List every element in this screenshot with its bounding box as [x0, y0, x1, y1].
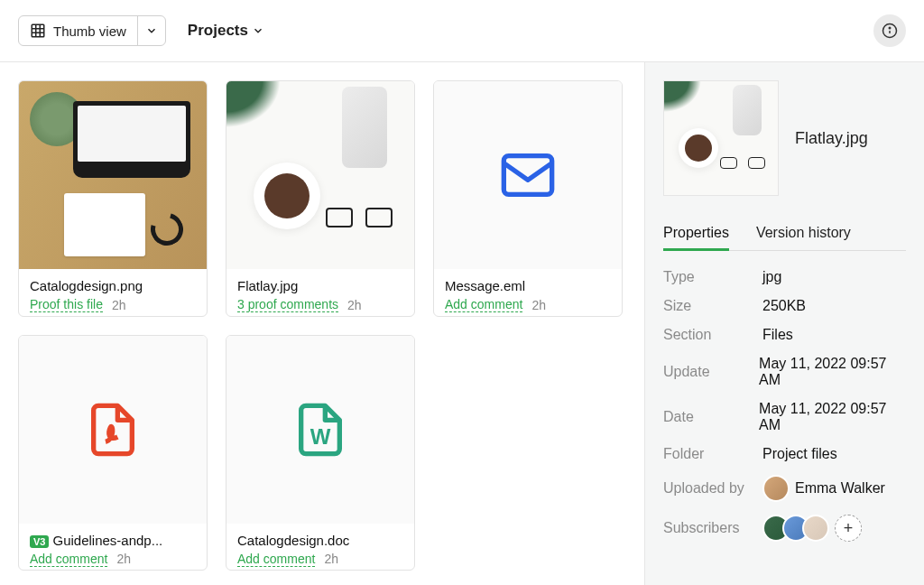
prop-label: Update	[663, 364, 759, 380]
version-badge: V3	[30, 535, 49, 548]
details-panel: Flatlay.jpg Properties Version history T…	[644, 62, 924, 585]
tab-properties[interactable]: Properties	[663, 218, 729, 251]
avatar	[762, 475, 790, 502]
mail-icon	[499, 146, 557, 204]
svg-rect-8	[504, 156, 551, 195]
prop-row-uploaded-by: Uploaded by Emma Walker	[663, 475, 906, 502]
file-action-link[interactable]: Add comment	[445, 297, 522, 312]
properties-list: Type jpg Size 250KB Section Files Update…	[663, 269, 906, 542]
file-card[interactable]: V3Guidelines-andp... Add comment 2h	[18, 335, 208, 571]
file-card[interactable]: W Catalogdesign.doc Add comment 2h	[226, 335, 415, 571]
prop-value: Emma Walker	[762, 475, 885, 502]
file-card[interactable]: Catalogdesign.png Proof this file 2h	[18, 80, 208, 317]
prop-value: Files	[762, 327, 793, 343]
file-action-link[interactable]: Add comment	[237, 552, 315, 567]
prop-row-subscribers: Subscribers +	[663, 515, 906, 542]
svg-point-7	[889, 27, 891, 29]
prop-label: Date	[663, 409, 759, 425]
file-time: 2h	[347, 298, 362, 312]
prop-label: Uploaded by	[663, 480, 762, 497]
prop-label: Folder	[663, 446, 762, 462]
main-area: Catalogdesign.png Proof this file 2h Fla…	[0, 62, 924, 585]
file-title: Flatlay.jpg	[237, 278, 403, 293]
prop-value: jpg	[762, 269, 781, 285]
file-time: 2h	[112, 298, 126, 312]
file-card[interactable]: Message.eml Add comment 2h	[433, 80, 623, 317]
prop-value: May 11, 2022 09:57 AM	[759, 356, 906, 388]
info-button[interactable]	[873, 14, 906, 47]
file-time: 2h	[324, 552, 338, 566]
prop-value: May 11, 2022 09:57 AM	[759, 401, 906, 433]
tab-version-history[interactable]: Version history	[756, 218, 851, 250]
view-toggle[interactable]: Thumb view	[18, 15, 166, 46]
doc-icon: W	[291, 401, 349, 459]
file-preview	[434, 81, 622, 269]
prop-label: Size	[663, 298, 762, 314]
file-card[interactable]: Flatlay.jpg 3 proof comments 2h	[226, 80, 415, 317]
view-toggle-main[interactable]: Thumb view	[19, 16, 137, 45]
svg-rect-0	[32, 24, 44, 37]
prop-value: 250KB	[762, 298, 806, 314]
prop-row-type: Type jpg	[663, 269, 906, 285]
file-preview	[226, 81, 414, 269]
chevron-down-icon	[252, 24, 264, 37]
pdf-icon	[84, 401, 142, 459]
files-grid: Catalogdesign.png Proof this file 2h Fla…	[0, 62, 644, 585]
add-subscriber-button[interactable]: +	[835, 515, 862, 542]
prop-label: Type	[663, 269, 762, 285]
prop-label: Section	[663, 327, 762, 343]
prop-label: Subscribers	[663, 520, 762, 536]
details-thumbnail	[663, 80, 779, 196]
view-toggle-dropdown[interactable]	[137, 16, 165, 45]
chevron-down-icon	[145, 24, 158, 37]
file-title: Catalogdesign.doc	[237, 533, 403, 548]
file-action-link[interactable]: Proof this file	[30, 297, 103, 312]
file-preview	[19, 81, 207, 269]
details-title: Flatlay.jpg	[795, 129, 868, 148]
projects-dropdown[interactable]: Projects	[188, 22, 264, 40]
prop-row-section: Section Files	[663, 327, 906, 343]
file-preview	[19, 336, 207, 524]
prop-row-update: Update May 11, 2022 09:57 AM	[663, 356, 906, 388]
file-action-link[interactable]: 3 proof comments	[237, 297, 338, 312]
file-action-link[interactable]: Add comment	[30, 552, 107, 567]
projects-label: Projects	[188, 22, 248, 40]
file-time: 2h	[531, 298, 546, 312]
avatar	[802, 515, 829, 542]
prop-row-folder: Folder Project files	[663, 446, 906, 462]
subscriber-avatars: +	[762, 515, 862, 542]
view-label: Thumb view	[53, 23, 126, 39]
file-title: Catalogdesign.png	[30, 278, 196, 293]
grid-icon	[30, 23, 46, 39]
file-title: V3Guidelines-andp...	[30, 533, 196, 548]
prop-value: Project files	[762, 446, 837, 462]
details-header: Flatlay.jpg	[663, 80, 906, 196]
file-time: 2h	[116, 552, 131, 566]
prop-row-size: Size 250KB	[663, 298, 906, 314]
info-icon	[882, 23, 898, 39]
details-tabs: Properties Version history	[663, 218, 906, 251]
svg-text:W: W	[310, 424, 331, 449]
file-preview: W	[226, 336, 414, 524]
prop-row-date: Date May 11, 2022 09:57 AM	[663, 401, 906, 433]
toolbar: Thumb view Projects	[0, 0, 924, 62]
file-title: Message.eml	[445, 278, 611, 293]
